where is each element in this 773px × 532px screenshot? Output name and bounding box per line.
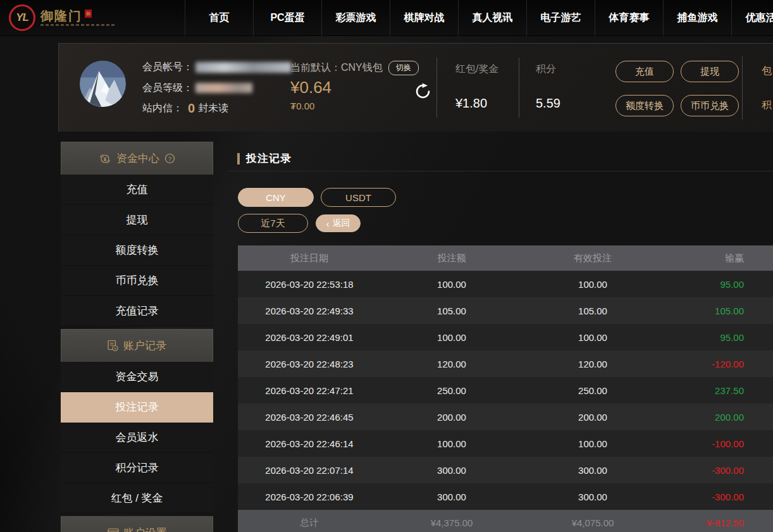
sidebar-item[interactable]: 充值记录 [61,296,213,326]
sidebar-item[interactable]: 红包 / 奖金 [61,483,213,514]
total-label: 总计 [238,517,381,529]
column-header: 投注额 [381,252,523,264]
table-row: 2026-03-20 22:49:33105.00105.00105.00 [238,297,773,324]
sidebar-section-header: 账户设置 [61,516,213,532]
total-win-loss: ¥-812.50 [663,517,773,528]
deposit-button[interactable]: 充值 [615,61,674,82]
total-valid-bet: ¥4,075.00 [523,517,663,528]
cny-balance: ¥0.64 [290,78,331,97]
sidebar-item[interactable]: 充值 [61,175,213,205]
inbox-row[interactable]: 站内信： 0 封未读 [142,102,228,114]
divider [742,56,743,120]
bonus-value: ¥1.80 [455,96,487,111]
bet-amount: 105.00 [381,306,523,316]
yen-circle-icon [99,152,111,165]
valid-bet: 105.00 [523,306,663,316]
bet-date: 2026-03-20 22:46:14 [238,438,381,449]
bet-date: 2026-03-20 22:49:33 [238,306,381,316]
chevron-left-icon: ‹ [326,219,330,228]
back-button-label: 返回 [333,218,350,229]
help-icon[interactable]: ? [164,153,175,164]
title-accent-bar [237,153,240,164]
valid-bet: 100.00 [523,438,663,449]
back-button[interactable]: ‹ 返回 [316,214,361,232]
logo[interactable]: YL 御隆门 御 [9,4,115,31]
tab-usdt[interactable]: USDT [321,188,396,207]
nav-item-1[interactable]: 首页 [185,0,254,36]
table-header-row: 投注日期投注额有效投注输赢 [238,245,773,271]
nav-item-2[interactable]: PC蛋蛋 [254,0,322,36]
bet-amount: 120.00 [381,359,523,369]
valid-bet: 100.00 [523,332,663,343]
table-row: 2026-03-20 22:06:39300.00300.00-300.00 [238,483,773,510]
main-nav: 首页PC蛋蛋彩票游戏棋牌对战真人视讯电子游艺体育赛事捕鱼游戏优惠活动 [185,0,773,36]
sidebar-section-header: 资金中心? [61,142,213,175]
default-wallet-label: 当前默认：CNY钱包 [290,61,383,75]
valid-bet: 300.00 [523,492,663,502]
valid-bet: 200.00 [523,412,663,423]
logo-monogram: YL [16,11,28,24]
quick-actions: 充值 提现 额度转换 币币兑换 [615,61,739,116]
sidebar-item[interactable]: 提现 [61,205,213,235]
page-title-text: 投注记录 [246,151,292,166]
user-panel: 会员帐号： 会员等级： 站内信： 0 封未读 当前默认：CNY钱包 切换 ¥0.… [58,43,773,132]
table-row: 2026-03-20 22:49:01100.00100.0095.00 [238,324,773,350]
coin-exchange-button[interactable]: 币币兑换 [681,95,739,116]
sidebar-item[interactable]: 资金交易 [61,362,213,392]
withdraw-button[interactable]: 提现 [681,61,739,82]
nav-item-6[interactable]: 电子游艺 [527,0,595,36]
nav-item-3[interactable]: 彩票游戏 [322,0,390,36]
level-label: 会员等级： [142,82,193,95]
bet-date: 2026-03-20 22:49:01 [238,332,381,343]
bet-amount: 100.00 [381,279,523,290]
nav-item-4[interactable]: 棋牌对战 [390,0,459,36]
nav-item-9[interactable]: 优惠活动 [732,0,773,36]
sidebar-section-title: 账户记录 [123,338,166,353]
account-label: 会员帐号： [142,61,193,74]
avatar [80,61,126,107]
level-row: 会员等级： [142,82,252,94]
refresh-balance-icon[interactable] [413,83,432,102]
brand-tagline [40,24,115,26]
nav-item-7[interactable]: 体育赛事 [595,0,664,36]
inbox-count: 0 [188,101,195,116]
usdt-balance: ₮0.00 [290,101,314,111]
column-header: 有效投注 [523,252,663,264]
points-label: 积分 [536,63,556,76]
win-loss: -120.00 [663,359,773,369]
range-filter-button[interactable]: 近7天 [238,214,308,233]
valid-bet: 120.00 [523,359,663,369]
sidebar: 资金中心?充值提现额度转换币币兑换充值记录¥账户记录资金交易投注记录会员返水积分… [61,142,213,532]
bet-date: 2026-03-20 22:07:14 [238,465,381,476]
win-loss: -100.00 [663,438,773,449]
sidebar-item[interactable]: 会员返水 [61,423,213,453]
table-row: 2026-03-20 22:07:14300.00300.00-300.00 [238,457,773,483]
settings-icon [108,528,119,532]
total-bet-amount: ¥4,375.00 [381,517,523,528]
table-total-row: 总计¥4,375.00¥4,075.00¥-812.50 [238,510,773,532]
quota-transfer-button[interactable]: 额度转换 [615,95,674,116]
bet-amount: 250.00 [381,385,523,396]
bet-date: 2026-03-20 22:47:21 [238,385,381,396]
valid-bet: 300.00 [523,465,663,476]
sidebar-item[interactable]: 投注记录 [61,392,213,423]
account-row: 会员帐号： [142,61,292,73]
nav-item-5[interactable]: 真人视讯 [459,0,527,36]
ledger-icon: ¥ [108,340,118,352]
bet-amount: 100.00 [381,438,523,449]
sidebar-section-header: ¥账户记录 [61,329,213,362]
table-row: 2026-03-20 22:48:23120.00120.00-120.00 [238,350,773,377]
tab-cny[interactable]: CNY [238,188,314,207]
svg-text:?: ? [168,156,171,162]
valid-bet: 100.00 [523,279,663,290]
divider [228,171,773,171]
sidebar-item[interactable]: 币币兑换 [61,266,213,296]
nav-item-8[interactable]: 捕鱼游戏 [664,0,732,36]
divider [436,58,437,118]
win-loss: 95.00 [663,279,773,290]
switch-wallet-button[interactable]: 切换 [388,61,419,75]
bet-amount: 300.00 [381,492,523,502]
sidebar-item[interactable]: 额度转换 [61,235,213,266]
sidebar-item[interactable]: 积分记录 [61,453,213,483]
bet-date: 2026-03-20 22:53:18 [238,279,381,290]
